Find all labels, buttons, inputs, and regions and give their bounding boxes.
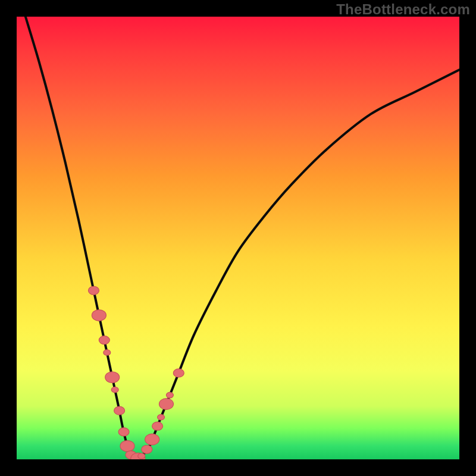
highlight-bead (142, 445, 152, 453)
highlight-bead (114, 406, 125, 415)
watermark-text: TheBottleneck.com (336, 1, 470, 18)
highlight-bead (145, 434, 159, 445)
highlight-bead (138, 453, 145, 459)
bottleneck-curve (26, 17, 459, 459)
highlight-bead (104, 350, 111, 355)
chart-svg (17, 17, 459, 459)
highlight-bead (158, 415, 165, 420)
highlight-bead (92, 310, 106, 321)
highlight-bead (99, 336, 109, 345)
highlight-bead (166, 392, 173, 397)
highlight-bead (159, 399, 173, 410)
highlight-bead (173, 369, 184, 377)
highlight-bead (120, 440, 134, 452)
beads-layer (88, 286, 184, 459)
highlight-bead (118, 428, 129, 436)
highlight-bead (111, 387, 118, 392)
curve-layer (26, 17, 459, 459)
highlight-bead (88, 286, 99, 295)
outer-frame: TheBottleneck.com (0, 0, 476, 476)
highlight-bead (105, 372, 120, 383)
plot-area (17, 17, 459, 459)
highlight-bead (152, 422, 163, 430)
